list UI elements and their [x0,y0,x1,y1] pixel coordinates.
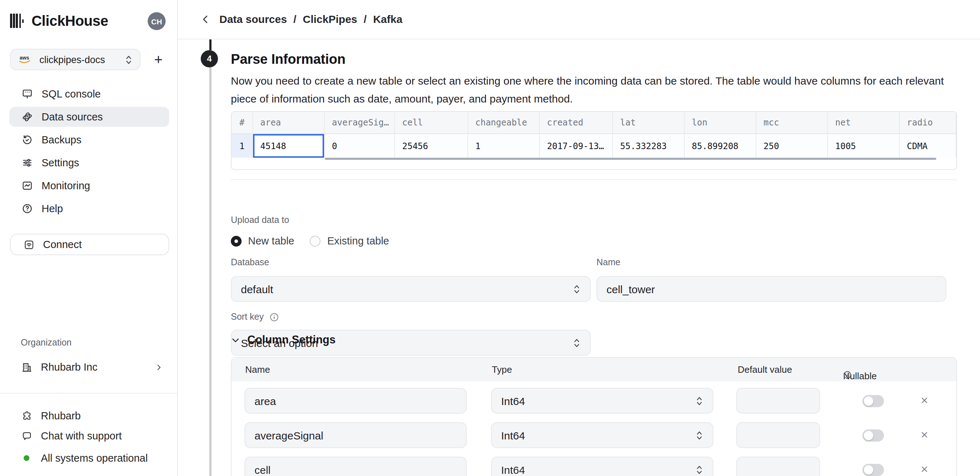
table-name-input[interactable]: cell_tower [597,276,946,302]
database-label: Database [231,257,269,267]
chevron-up-down-icon [695,395,703,406]
chat-support-label: Chat with support [41,430,122,442]
column-name-input[interactable]: averageSignal [245,422,467,448]
cell-net[interactable]: 1005 [828,134,900,158]
nullable-toggle-off[interactable] [862,464,884,476]
column-header-lon[interactable]: lon [685,112,756,133]
column-header-created[interactable]: created [540,112,613,133]
sidebar-item-backups[interactable]: Backups [9,130,169,150]
column-settings-header: Name Type Default value Nullable [232,358,956,381]
clickhouse-logo[interactable]: ClickHouse [10,11,108,30]
column-type-value: Int64 [501,429,695,441]
breadcrumb-clickpipes[interactable]: ClickPipes [303,13,357,25]
header-default-value: Default value [738,364,792,375]
horizontal-scrollbar[interactable] [325,158,936,160]
column-header-averagesignal[interactable]: averageSig… [325,112,395,133]
cell-lat[interactable]: 55.332283 [613,134,685,158]
sidebar-item-sql-console[interactable]: SQL console [9,84,169,104]
cell-created[interactable]: 2017-09-13… [540,134,613,158]
column-header-lat[interactable]: lat [613,112,685,133]
remove-column-icon[interactable] [920,430,929,439]
chat-bubble-icon [22,430,32,441]
column-settings-panel: Name Type Default value Nullable area In… [231,357,957,476]
remove-column-icon[interactable] [920,396,929,405]
cell-area-selected[interactable]: 45148 [253,134,325,158]
sort-key-label-row: Sort key [231,312,279,322]
cell-radio[interactable]: CDMA [900,134,956,158]
section-description-line2: piece of information such as date, amoun… [231,90,958,108]
section-divider [231,179,957,180]
chevron-up-down-icon [695,464,703,475]
cell-changeable[interactable]: 1 [468,134,540,158]
chevron-up-down-icon [573,337,581,348]
column-header-cell[interactable]: cell [395,112,468,133]
column-header-net[interactable]: net [828,112,900,133]
column-name-input[interactable]: cell [245,457,467,476]
breadcrumb-kafka[interactable]: Kafka [373,13,402,25]
cell-cell[interactable]: 25456 [395,134,468,158]
service-selector[interactable]: aws clickpipes-docs [10,49,140,70]
database-select[interactable]: default [231,276,591,302]
column-default-input[interactable] [736,388,820,414]
column-row-area: area Int64 [232,388,956,414]
column-settings-toggle[interactable]: Column Settings [231,333,336,346]
sidebar-item-label: Settings [41,157,79,169]
clickhouse-cloud-app: ClickHouse CH aws clickpipes-docs + SQL … [0,0,980,476]
sidebar-item-label: SQL console [41,88,101,100]
breadcrumb-separator: / [293,13,296,25]
radio-existing-table[interactable]: Existing table [310,235,389,247]
toggle-knob [864,465,873,474]
back-chevron-icon[interactable] [199,13,212,26]
sidebar-item-chat-support[interactable]: Chat with support [9,426,169,446]
info-icon[interactable] [270,312,279,322]
nullable-toggle-off[interactable] [862,395,884,407]
upload-target-radio-group: New table Existing table [231,235,389,247]
sidebar-item-rhubarb[interactable]: Rhubarb [9,406,169,426]
column-type-select[interactable]: Int64 [491,457,713,476]
radio-selected-icon [231,236,242,246]
upload-data-to-label: Upload data to [231,215,289,225]
connect-label: Connect [43,239,82,250]
header-name: Name [245,364,270,375]
sidebar-item-monitoring[interactable]: Monitoring [9,176,169,196]
sql-console-icon [22,88,33,100]
remove-column-icon[interactable] [920,465,929,474]
column-header-changeable[interactable]: changeable [468,112,540,133]
cell-mcc[interactable]: 250 [756,134,828,158]
column-type-select[interactable]: Int64 [491,422,713,448]
column-type-value: Int64 [501,463,695,476]
organization-row[interactable]: Rhubarb Inc [9,357,169,377]
sidebar-item-settings[interactable]: Settings [9,153,169,173]
column-default-input[interactable] [736,457,820,476]
cell-averagesignal[interactable]: 0 [325,134,395,158]
nullable-toggle-off[interactable] [862,430,884,442]
data-sources-icon [22,111,33,123]
sidebar-item-data-sources[interactable]: Data sources [9,107,169,127]
breadcrumb-data-sources[interactable]: Data sources [220,13,287,25]
column-header-mcc[interactable]: mcc [756,112,828,133]
section-title: Parse Information [231,52,345,67]
aws-icon: aws [18,54,34,65]
radio-new-table[interactable]: New table [231,235,294,247]
service-name: clickpipes-docs [40,54,125,65]
preview-data-row: 1 45148 0 25456 1 2017-09-13… 55.332283 … [232,134,956,158]
column-name-value: averageSignal [255,429,457,441]
sidebar-item-label: Monitoring [41,180,90,191]
column-header-radio[interactable]: radio [900,112,956,133]
column-name-value: cell [255,463,457,476]
add-service-button[interactable]: + [149,50,168,69]
sidebar-nav: SQL console Data sources [9,84,169,221]
column-default-input[interactable] [736,422,820,448]
cell-lon[interactable]: 85.899208 [685,134,756,158]
section-description-line1: Now you need to create a new table or se… [231,72,958,90]
user-avatar[interactable]: CH [148,12,165,30]
system-status-row[interactable]: All systems operational [9,448,169,468]
column-type-select[interactable]: Int64 [491,388,713,414]
column-name-input[interactable]: area [245,388,467,414]
sidebar-item-help[interactable]: Help [9,199,169,219]
settings-sliders-icon [22,157,33,169]
connect-button[interactable]: Connect [10,234,169,255]
breadcrumb-separator: / [364,13,367,25]
column-header-area[interactable]: area [253,112,325,133]
info-icon[interactable] [843,371,852,379]
